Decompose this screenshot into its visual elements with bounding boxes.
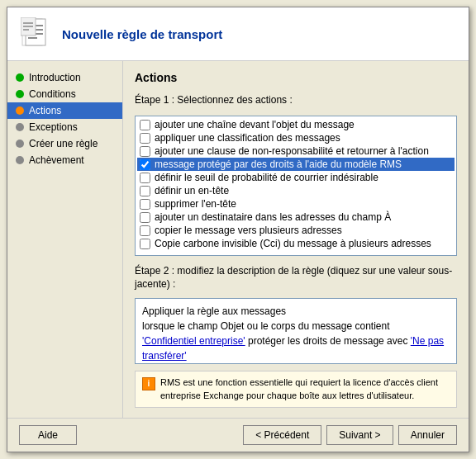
sidebar-item-creer[interactable]: Créer une règle: [7, 135, 122, 152]
checkbox-c3[interactable]: [140, 146, 150, 157]
sidebar-item-exceptions[interactable]: Exceptions: [7, 119, 122, 135]
description-box: Appliquer la règle aux messageslorsque l…: [135, 298, 457, 364]
checkbox-label-c1: ajouter une chaîne devant l'objet du mes…: [155, 119, 355, 130]
sidebar-label-exceptions: Exceptions: [29, 121, 78, 133]
dot-creer: [16, 140, 24, 148]
warning-icon: i: [142, 377, 155, 390]
list-item[interactable]: définir le seuil de probabilité de courr…: [137, 171, 455, 184]
desc-link-confidentiel[interactable]: 'Confidentiel entreprise': [142, 335, 245, 347]
cancel-button[interactable]: Annuler: [398, 425, 457, 445]
list-item[interactable]: ajouter une chaîne devant l'objet du mes…: [137, 118, 455, 131]
checkbox-c2[interactable]: [140, 133, 150, 144]
checkbox-label-c5: définir le seuil de probabilité de courr…: [155, 172, 378, 183]
dialog-footer: Aide < Précédent Suivant > Annuler: [7, 418, 469, 452]
checkbox-label-c3: ajouter une clause de non-responsabilité…: [155, 145, 429, 157]
sidebar: Introduction Conditions Actions Exceptio…: [7, 61, 123, 418]
sidebar-label-actions: Actions: [29, 105, 61, 116]
dot-conditions: [16, 90, 24, 98]
list-item[interactable]: ajouter un destinataire dans les adresse…: [137, 211, 455, 224]
step1-label: Étape 1 : Sélectionnez des actions :: [135, 94, 457, 106]
checkbox-label-c4: message protégé par des droits à l'aide …: [155, 159, 402, 170]
main-content: Actions Étape 1 : Sélectionnez des actio…: [123, 61, 469, 418]
info-text: RMS est une fonction essentielle qui req…: [160, 376, 450, 402]
checkbox-label-c6: définir un en-tête: [155, 185, 229, 196]
dot-actions: [16, 106, 24, 115]
checkbox-label-c9: copier le message vers plusieurs adresse…: [155, 225, 342, 236]
step2-label: Étape 2 : modifiez la description de la …: [135, 264, 457, 292]
checkbox-c4[interactable]: [140, 159, 150, 170]
checkbox-label-c7: supprimer l'en-tête: [155, 198, 236, 210]
list-item[interactable]: ajouter une clause de non-responsabilité…: [137, 144, 455, 158]
sidebar-item-achevement[interactable]: Achèvement: [7, 152, 122, 168]
checkbox-c1[interactable]: [140, 120, 150, 130]
sidebar-item-actions[interactable]: Actions: [7, 102, 122, 119]
desc-text-middle: protéger les droits de message avec: [245, 335, 411, 347]
checkbox-c5[interactable]: [140, 173, 150, 183]
checkbox-c7[interactable]: [140, 199, 150, 210]
sidebar-label-achevement: Achèvement: [29, 154, 84, 166]
checkbox-c10[interactable]: [140, 239, 150, 249]
sidebar-label-creer: Créer une règle: [29, 138, 98, 149]
sidebar-label-introduction: Introduction: [29, 72, 81, 83]
dot-exceptions: [16, 123, 24, 131]
header-icon: [21, 17, 50, 50]
sidebar-label-conditions: Conditions: [29, 88, 76, 100]
info-box: i RMS est une fonction essentielle qui r…: [135, 371, 457, 408]
checkbox-c6[interactable]: [140, 186, 150, 196]
prev-button[interactable]: < Précédent: [243, 425, 321, 445]
list-item-selected[interactable]: message protégé par des droits à l'aide …: [137, 158, 455, 171]
next-button[interactable]: Suivant >: [326, 425, 393, 445]
list-item[interactable]: Copie carbone invisible (Cci) du message…: [137, 237, 455, 250]
sidebar-item-introduction[interactable]: Introduction: [7, 69, 122, 86]
dot-introduction: [16, 73, 24, 82]
checkbox-label-c8: ajouter un destinataire dans les adresse…: [155, 211, 391, 223]
dialog-header: Nouvelle règle de transport: [7, 7, 469, 61]
checkbox-c8[interactable]: [140, 212, 150, 223]
checkbox-label-c2: appliquer une classification des message…: [155, 132, 340, 144]
checkbox-list[interactable]: ajouter une chaîne devant l'objet du mes…: [135, 116, 457, 256]
list-item[interactable]: définir un en-tête: [137, 184, 455, 197]
dot-achevement: [16, 156, 24, 164]
list-item[interactable]: appliquer une classification des message…: [137, 131, 455, 144]
list-item[interactable]: copier le message vers plusieurs adresse…: [137, 224, 455, 237]
checkbox-label-c10: Copie carbone invisible (Cci) du message…: [155, 238, 431, 249]
help-button[interactable]: Aide: [19, 425, 77, 445]
dialog-title: Nouvelle règle de transport: [62, 27, 222, 41]
desc-text-before: Appliquer la règle aux messageslorsque l…: [142, 305, 390, 332]
sidebar-item-conditions[interactable]: Conditions: [7, 86, 122, 102]
nav-buttons: < Précédent Suivant > Annuler: [243, 425, 457, 445]
checkbox-c9[interactable]: [140, 225, 150, 236]
list-item[interactable]: supprimer l'en-tête: [137, 197, 455, 211]
section-title: Actions: [135, 71, 457, 84]
dialog-window: Nouvelle règle de transport Introduction…: [7, 7, 469, 452]
dialog-body: Introduction Conditions Actions Exceptio…: [7, 61, 469, 418]
